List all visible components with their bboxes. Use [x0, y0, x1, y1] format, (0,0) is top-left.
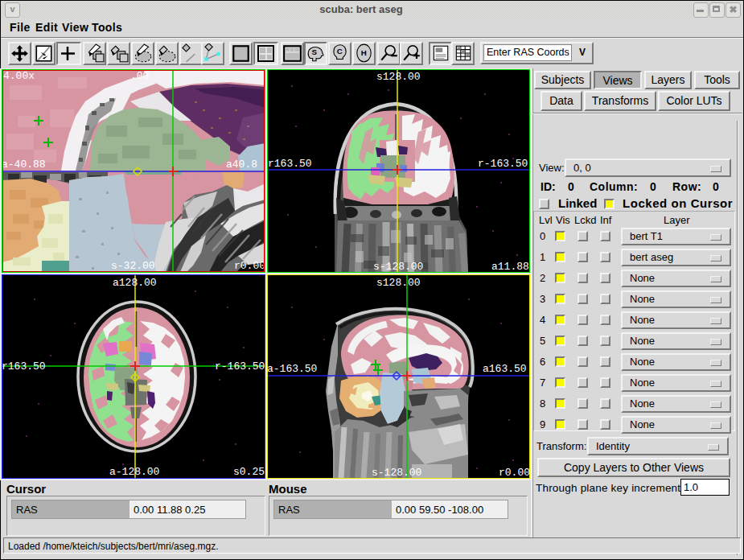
svg-text:a-128.00: a-128.00 — [109, 466, 159, 478]
svg-text:s-32.00: s-32.00 — [111, 260, 155, 272]
svg-text:r163.50: r163.50 — [268, 158, 312, 170]
svg-text:r0.00: r0.00 — [234, 260, 265, 272]
svg-text:a-163.50: a-163.50 — [267, 363, 317, 375]
svg-text:a-40.88: a-40.88 — [2, 159, 46, 171]
svg-text:a128.00: a128.00 — [113, 277, 157, 289]
svg-text:r-163.50: r-163.50 — [478, 158, 528, 170]
svg-text:s128.00: s128.00 — [376, 277, 421, 289]
svg-text:C: C — [337, 47, 343, 56]
svg-text:S: S — [312, 47, 318, 56]
svg-text:s0.25: s0.25 — [233, 466, 265, 478]
svg-text:.00: .00 — [130, 70, 149, 82]
svg-text:r163.50: r163.50 — [2, 360, 46, 373]
svg-text:r-163.50: r-163.50 — [215, 360, 265, 373]
svg-text:a11.88: a11.88 — [491, 261, 529, 273]
svg-text:a40.8: a40.8 — [226, 159, 257, 171]
svg-text:s128.00: s128.00 — [376, 71, 421, 83]
svg-text:4.00x: 4.00x — [3, 70, 35, 82]
svg-text:s-128.00: s-128.00 — [373, 261, 423, 273]
svg-text:r0.00: r0.00 — [499, 467, 530, 479]
svg-text:s-128.00: s-128.00 — [372, 467, 421, 479]
svg-text:a163.50: a163.50 — [483, 363, 527, 375]
svg-text:H: H — [361, 48, 367, 57]
